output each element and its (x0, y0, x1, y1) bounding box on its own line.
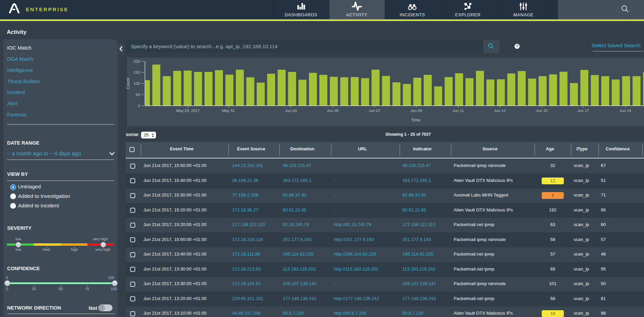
svg-text:Count: Count (126, 78, 130, 89)
svg-text:Jun 17: Jun 17 (577, 109, 589, 113)
svg-text:150: 150 (134, 70, 140, 74)
svg-text:Jun 05: Jun 05 (327, 109, 339, 113)
svg-text:Jun 07: Jun 07 (369, 109, 381, 113)
svg-text:Jun 15: Jun 15 (536, 109, 548, 113)
svg-text:May 29, 2017: May 29, 2017 (176, 109, 200, 113)
svg-text:Jun 19: Jun 19 (620, 109, 631, 113)
svg-text:Time: Time (411, 118, 420, 123)
svg-text:Jun 03: Jun 03 (285, 109, 297, 113)
svg-text:200: 200 (134, 59, 140, 63)
svg-text:May 31: May 31 (222, 109, 235, 113)
svg-text:Jun 13: Jun 13 (494, 109, 506, 113)
svg-text:50: 50 (136, 93, 140, 97)
svg-text:100: 100 (134, 81, 140, 86)
svg-text:Jun 11: Jun 11 (452, 109, 464, 113)
svg-text:0: 0 (138, 104, 140, 108)
svg-text:Jun 09: Jun 09 (411, 109, 422, 113)
